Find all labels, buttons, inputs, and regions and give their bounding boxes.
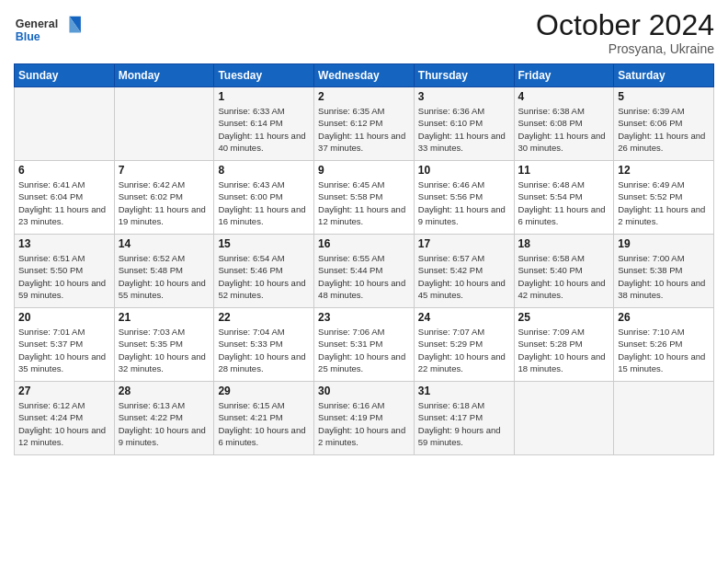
sunset-text: Sunset: 5:58 PM	[318, 190, 410, 202]
day-number: 4	[518, 90, 610, 103]
day-info: Sunrise: 6:48 AMSunset: 5:54 PMDaylight:…	[518, 178, 610, 227]
calendar-cell: 12Sunrise: 6:49 AMSunset: 5:52 PMDayligh…	[614, 161, 714, 235]
sunset-text: Sunset: 5:35 PM	[119, 338, 210, 350]
calendar-cell: 2Sunrise: 6:35 AMSunset: 6:12 PMDaylight…	[314, 87, 415, 161]
day-info: Sunrise: 7:10 AMSunset: 5:26 PMDaylight:…	[618, 326, 710, 374]
calendar-cell: 17Sunrise: 6:57 AMSunset: 5:42 PMDayligh…	[414, 235, 514, 308]
calendar-header: Sunday Monday Tuesday Wednesday Thursday…	[15, 64, 714, 87]
calendar-cell	[514, 382, 614, 455]
day-number: 2	[318, 90, 410, 103]
sunrise-text: Sunrise: 6:12 AM	[18, 399, 110, 411]
day-number: 24	[418, 311, 510, 324]
sunrise-text: Sunrise: 6:35 AM	[318, 105, 410, 117]
calendar-cell: 21Sunrise: 7:03 AMSunset: 5:35 PMDayligh…	[114, 308, 214, 382]
day-number: 30	[318, 385, 410, 397]
day-number: 27	[18, 385, 110, 397]
sunrise-text: Sunrise: 6:55 AM	[318, 252, 410, 264]
daylight-text: Daylight: 11 hours and 12 minutes.	[318, 203, 410, 228]
calendar-cell: 23Sunrise: 7:06 AMSunset: 5:31 PMDayligh…	[314, 308, 415, 382]
day-info: Sunrise: 7:00 AMSunset: 5:38 PMDaylight:…	[618, 252, 710, 301]
logo-svg: General Blue	[14, 9, 87, 55]
calendar-cell: 20Sunrise: 7:01 AMSunset: 5:37 PMDayligh…	[15, 308, 115, 382]
day-number: 3	[418, 90, 510, 103]
day-info: Sunrise: 7:06 AMSunset: 5:31 PMDaylight:…	[318, 326, 410, 374]
calendar-cell: 10Sunrise: 6:46 AMSunset: 5:56 PMDayligh…	[414, 161, 514, 235]
sunrise-text: Sunrise: 7:00 AM	[618, 252, 710, 264]
calendar-cell: 28Sunrise: 6:13 AMSunset: 4:22 PMDayligh…	[114, 382, 214, 455]
month-title: October 2024	[536, 9, 714, 41]
day-info: Sunrise: 6:12 AMSunset: 4:24 PMDaylight:…	[18, 399, 110, 448]
calendar-cell: 24Sunrise: 7:07 AMSunset: 5:29 PMDayligh…	[414, 308, 514, 382]
sunset-text: Sunset: 5:40 PM	[518, 264, 610, 276]
day-info: Sunrise: 6:16 AMSunset: 4:19 PMDaylight:…	[318, 399, 410, 448]
sunset-text: Sunset: 5:42 PM	[418, 264, 510, 276]
calendar-cell: 29Sunrise: 6:15 AMSunset: 4:21 PMDayligh…	[214, 382, 314, 455]
calendar-week-row: 20Sunrise: 7:01 AMSunset: 5:37 PMDayligh…	[15, 308, 714, 382]
daylight-text: Daylight: 10 hours and 22 minutes.	[418, 350, 510, 375]
sunrise-text: Sunrise: 6:52 AM	[119, 252, 210, 264]
sunrise-text: Sunrise: 6:46 AM	[418, 178, 510, 190]
header-row: Sunday Monday Tuesday Wednesday Thursday…	[15, 64, 714, 87]
day-number: 22	[218, 311, 310, 324]
calendar-body: 1Sunrise: 6:33 AMSunset: 6:14 PMDaylight…	[15, 87, 714, 455]
daylight-text: Daylight: 11 hours and 2 minutes.	[618, 203, 710, 228]
day-number: 21	[119, 311, 210, 324]
day-number: 7	[119, 164, 210, 177]
day-info: Sunrise: 6:57 AMSunset: 5:42 PMDaylight:…	[418, 252, 510, 301]
day-number: 26	[618, 311, 710, 324]
sunrise-text: Sunrise: 6:15 AM	[218, 399, 310, 411]
calendar-cell: 6Sunrise: 6:41 AMSunset: 6:04 PMDaylight…	[15, 161, 115, 235]
day-number: 18	[518, 237, 610, 250]
day-number: 23	[318, 311, 410, 324]
day-info: Sunrise: 6:39 AMSunset: 6:06 PMDaylight:…	[618, 105, 710, 154]
sunrise-text: Sunrise: 7:10 AM	[618, 326, 710, 338]
col-sunday: Sunday	[15, 64, 115, 87]
daylight-text: Daylight: 11 hours and 6 minutes.	[518, 203, 610, 228]
sunrise-text: Sunrise: 7:07 AM	[418, 326, 510, 338]
day-info: Sunrise: 6:42 AMSunset: 6:02 PMDaylight:…	[119, 178, 210, 227]
sunset-text: Sunset: 4:22 PM	[119, 411, 210, 423]
sunset-text: Sunset: 6:02 PM	[119, 190, 210, 202]
header: General Blue October 2024 Prosyana, Ukra…	[14, 9, 714, 56]
sunrise-text: Sunrise: 6:54 AM	[218, 252, 310, 264]
daylight-text: Daylight: 10 hours and 52 minutes.	[218, 277, 310, 302]
sunset-text: Sunset: 4:17 PM	[418, 411, 510, 423]
daylight-text: Daylight: 11 hours and 9 minutes.	[418, 203, 510, 228]
sunset-text: Sunset: 5:46 PM	[218, 264, 310, 276]
sunset-text: Sunset: 5:33 PM	[218, 338, 310, 350]
sunset-text: Sunset: 6:04 PM	[18, 190, 110, 202]
day-info: Sunrise: 6:55 AMSunset: 5:44 PMDaylight:…	[318, 252, 410, 301]
sunrise-text: Sunrise: 6:48 AM	[518, 178, 610, 190]
day-number: 19	[618, 237, 710, 250]
calendar-cell: 4Sunrise: 6:38 AMSunset: 6:08 PMDaylight…	[514, 87, 614, 161]
day-number: 15	[218, 237, 310, 250]
col-wednesday: Wednesday	[314, 64, 415, 87]
sunset-text: Sunset: 5:26 PM	[618, 338, 710, 350]
sunset-text: Sunset: 5:31 PM	[318, 338, 410, 350]
day-number: 20	[18, 311, 110, 324]
day-info: Sunrise: 6:18 AMSunset: 4:17 PMDaylight:…	[418, 399, 510, 448]
calendar-cell: 9Sunrise: 6:45 AMSunset: 5:58 PMDaylight…	[314, 161, 415, 235]
sunset-text: Sunset: 5:50 PM	[18, 264, 110, 276]
sunset-text: Sunset: 5:52 PM	[618, 190, 710, 202]
daylight-text: Daylight: 10 hours and 35 minutes.	[18, 350, 110, 375]
calendar-cell	[614, 382, 714, 455]
calendar-cell: 3Sunrise: 6:36 AMSunset: 6:10 PMDaylight…	[414, 87, 514, 161]
calendar-week-row: 27Sunrise: 6:12 AMSunset: 4:24 PMDayligh…	[15, 382, 714, 455]
daylight-text: Daylight: 11 hours and 37 minutes.	[318, 130, 410, 155]
daylight-text: Daylight: 10 hours and 2 minutes.	[318, 424, 410, 449]
sunrise-text: Sunrise: 7:04 AM	[218, 326, 310, 338]
sunrise-text: Sunrise: 6:45 AM	[318, 178, 410, 190]
daylight-text: Daylight: 10 hours and 42 minutes.	[518, 277, 610, 302]
calendar-cell: 7Sunrise: 6:42 AMSunset: 6:02 PMDaylight…	[114, 161, 214, 235]
calendar-cell: 22Sunrise: 7:04 AMSunset: 5:33 PMDayligh…	[214, 308, 314, 382]
day-info: Sunrise: 6:41 AMSunset: 6:04 PMDaylight:…	[18, 178, 110, 227]
page: General Blue October 2024 Prosyana, Ukra…	[0, 0, 728, 563]
day-info: Sunrise: 6:58 AMSunset: 5:40 PMDaylight:…	[518, 252, 610, 301]
day-info: Sunrise: 6:52 AMSunset: 5:48 PMDaylight:…	[119, 252, 210, 301]
calendar-cell: 8Sunrise: 6:43 AMSunset: 6:00 PMDaylight…	[214, 161, 314, 235]
daylight-text: Daylight: 10 hours and 38 minutes.	[618, 277, 710, 302]
day-number: 14	[119, 237, 210, 250]
daylight-text: Daylight: 10 hours and 18 minutes.	[518, 350, 610, 375]
col-saturday: Saturday	[614, 64, 714, 87]
